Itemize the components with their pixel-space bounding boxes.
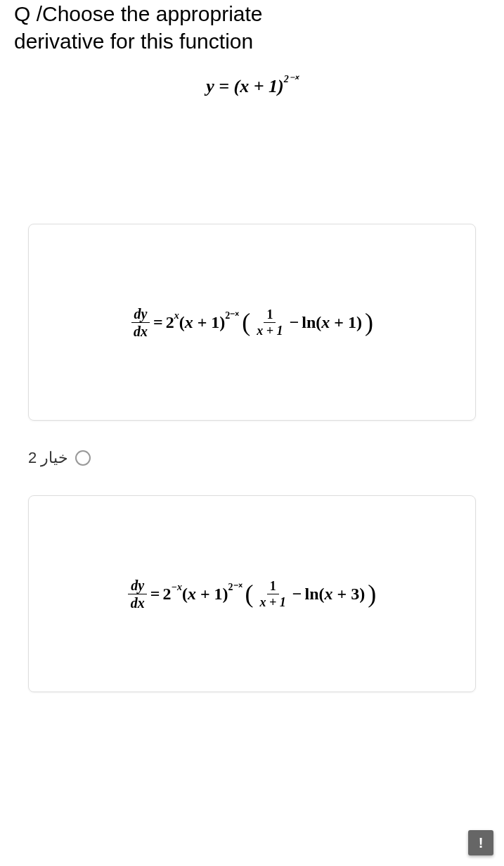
function-equation: y = (x + 1)2⁻ˣ (0, 76, 504, 97)
question-header: Q /Choose the appropriate derivative for… (0, 0, 504, 55)
exclamation-icon: ! (479, 835, 484, 851)
option-radio-2[interactable]: خيار 2 (0, 442, 504, 474)
option-formula-1: dy dx = 2x(x + 1)2⁻ˣ ( 1 x + 1 − ln(x + … (131, 307, 373, 338)
help-button[interactable]: ! (468, 830, 493, 855)
radio-label: خيار 2 (28, 449, 68, 467)
option-card-1[interactable]: dy dx = 2x(x + 1)2⁻ˣ ( 1 x + 1 − ln(x + … (28, 224, 476, 421)
option-card-2[interactable]: dy dx = 2−x(x + 1)2⁻ˣ ( 1 x + 1 − ln(x +… (28, 495, 476, 692)
option-formula-2: dy dx = 2−x(x + 1)2⁻ˣ ( 1 x + 1 − ln(x +… (128, 578, 376, 610)
question-line1: Q /Choose the appropriate (14, 2, 263, 25)
question-line2: derivative for this function (14, 30, 253, 53)
radio-circle-icon (75, 450, 91, 466)
